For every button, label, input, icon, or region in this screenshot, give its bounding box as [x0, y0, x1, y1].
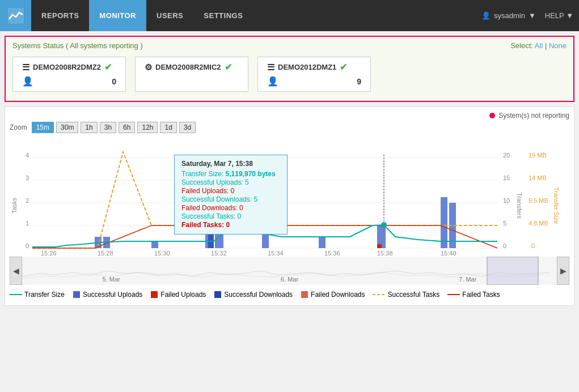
check-icon-2: ✔: [340, 62, 347, 73]
svg-text:0: 0: [531, 242, 535, 249]
svg-text:10: 10: [503, 197, 510, 204]
chart-header: System(s) not reporting: [10, 112, 569, 120]
help-menu[interactable]: HELP ▼: [545, 11, 573, 20]
svg-rect-52: [301, 291, 308, 298]
zoom-btn-6h[interactable]: 6h: [119, 122, 135, 133]
server-icon-2: ☰: [267, 62, 274, 73]
svg-rect-43: [377, 244, 382, 248]
user-icon: 👤: [481, 11, 491, 20]
svg-text:1: 1: [26, 220, 29, 227]
select-none-link[interactable]: None: [549, 41, 567, 50]
svg-text:15:28: 15:28: [98, 250, 113, 257]
svg-text:Tasks: Tasks: [11, 197, 18, 214]
zoom-btn-12h[interactable]: 12h: [137, 122, 158, 133]
systems-select: Select: All | None: [510, 41, 567, 50]
svg-text:4: 4: [26, 152, 29, 159]
legend: Transfer Size Successful Uploads Failed …: [10, 288, 569, 301]
zoom-btn-1d[interactable]: 1d: [160, 122, 176, 133]
zoom-btn-1h[interactable]: 1h: [81, 122, 97, 133]
minimap-left-arrow[interactable]: ◀: [10, 257, 22, 285]
header: REPORTS MONITOR USERS SETTINGS 👤 sysadmi…: [0, 0, 579, 31]
card-name-1: DEMO2008R2MIC2: [155, 63, 221, 71]
legend-label-failed-uploads: Failed Uploads: [160, 291, 206, 299]
card-count-0: 0: [94, 77, 116, 86]
chart-area: 0 1 2 3 4 Tasks 0 5 10 15 20 Transfers 0…: [10, 138, 569, 257]
legend-label-successful-uploads: Successful Uploads: [83, 291, 142, 299]
svg-text:Transfer Size: Transfer Size: [553, 187, 560, 224]
tooltip-transfer-size: Transfer Size: 5,119,970 bytes: [181, 170, 280, 178]
zoom-btn-3h[interactable]: 3h: [100, 122, 116, 133]
system-card-2[interactable]: ☰ DEMO2012DMZ1 ✔ 👤 9: [257, 57, 371, 92]
card-name-0: DEMO2008R2DMZ2: [33, 63, 101, 71]
legend-failed-tasks: Failed Tasks: [447, 291, 500, 299]
svg-text:15:32: 15:32: [211, 250, 227, 257]
not-reporting-label: System(s) not reporting: [498, 112, 569, 120]
tooltip-failed-tasks: Failed Tasks: 0: [181, 221, 280, 229]
tooltip-failed-uploads: Failed Uploads: 0: [181, 187, 280, 195]
user-count-icon-0: 👤: [22, 76, 33, 87]
svg-text:15:40: 15:40: [441, 250, 457, 257]
select-all-link[interactable]: All: [535, 41, 543, 50]
systems-header: Systems Status ( All systems reporting )…: [12, 41, 567, 50]
username: sysadmin: [494, 11, 525, 20]
select-label: Select:: [510, 41, 533, 50]
svg-rect-49: [73, 291, 80, 298]
chart-section: System(s) not reporting Zoom 15m 30m 1h …: [5, 106, 574, 306]
tooltip-failed-downloads: Failed Downloads: 0: [181, 204, 280, 212]
user-chevron-icon: ▼: [529, 11, 536, 20]
tooltip: Saturday, Mar 7, 15:38 Transfer Size: 5,…: [174, 155, 288, 235]
svg-text:19 MB: 19 MB: [529, 152, 547, 159]
nav-settings[interactable]: SETTINGS: [193, 0, 253, 31]
logo: [0, 0, 31, 31]
gear-icon-1: ⚙: [145, 62, 152, 73]
user-menu[interactable]: 👤 sysadmin ▼: [481, 11, 536, 20]
tooltip-title: Saturday, Mar 7, 15:38: [181, 160, 280, 168]
system-card-0[interactable]: ☰ DEMO2008R2DMZ2 ✔ 👤 0: [12, 57, 126, 92]
minimap-right-arrow[interactable]: ▶: [557, 257, 569, 285]
legend-successful-uploads: Successful Uploads: [73, 291, 142, 299]
minimap-date-1: 6. Mar: [281, 276, 298, 283]
help-label: HELP: [545, 11, 564, 20]
minimap-dates: 5. Mar 6. Mar 7. Mar: [22, 276, 557, 283]
zoom-btn-3d[interactable]: 3d: [179, 122, 196, 133]
tooltip-successful-tasks: Successful Tasks: 0: [181, 212, 280, 220]
minimap-date-0: 5. Mar: [103, 276, 120, 283]
red-dot-icon: [489, 113, 495, 118]
svg-rect-39: [319, 237, 326, 248]
svg-rect-50: [151, 291, 158, 298]
not-reporting: System(s) not reporting: [489, 112, 569, 120]
svg-text:9.5 MB: 9.5 MB: [529, 197, 548, 204]
card-name-2: DEMO2012DMZ1: [278, 63, 336, 71]
svg-text:15:26: 15:26: [41, 250, 57, 257]
nav-users[interactable]: USERS: [146, 0, 193, 31]
legend-label-successful-tasks: Successful Tasks: [387, 291, 439, 299]
svg-rect-51: [214, 291, 221, 298]
nav-reports[interactable]: REPORTS: [31, 0, 89, 31]
chart-svg: 0 1 2 3 4 Tasks 0 5 10 15 20 Transfers 0…: [10, 138, 565, 257]
systems-title: Systems Status ( All systems reporting ): [12, 41, 143, 50]
legend-failed-uploads: Failed Uploads: [150, 291, 206, 299]
tooltip-successful-uploads: Successful Uploads: 5: [181, 178, 280, 186]
legend-successful-tasks: Successful Tasks: [373, 291, 439, 299]
legend-label-failed-tasks: Failed Tasks: [462, 291, 500, 299]
legend-label-transfer-size: Transfer Size: [24, 291, 65, 299]
check-icon-0: ✔: [104, 62, 112, 73]
header-right: 👤 sysadmin ▼ HELP ▼: [481, 11, 579, 20]
svg-text:0: 0: [26, 242, 29, 249]
nav-monitor[interactable]: MONITOR: [89, 0, 146, 31]
zoom-label: Zoom: [10, 123, 27, 131]
legend-label-successful-downloads: Successful Downloads: [224, 291, 293, 299]
system-card-1[interactable]: ⚙ DEMO2008R2MIC2 ✔: [135, 57, 248, 92]
svg-text:15:30: 15:30: [154, 250, 170, 257]
svg-text:Transfers: Transfers: [516, 193, 523, 219]
svg-text:14 MB: 14 MB: [529, 174, 547, 181]
help-chevron-icon: ▼: [566, 11, 573, 20]
svg-text:3: 3: [26, 174, 29, 181]
minimap-inner: 5. Mar 6. Mar 7. Mar: [22, 257, 557, 285]
zoom-btn-30m[interactable]: 30m: [56, 122, 78, 133]
minimap-date-2: 7. Mar: [459, 276, 476, 283]
zoom-btn-15m[interactable]: 15m: [32, 122, 54, 133]
legend-successful-downloads: Successful Downloads: [214, 291, 293, 299]
legend-transfer-size: Transfer Size: [10, 291, 65, 299]
tooltip-successful-downloads: Successful Downloads: 5: [181, 195, 280, 203]
